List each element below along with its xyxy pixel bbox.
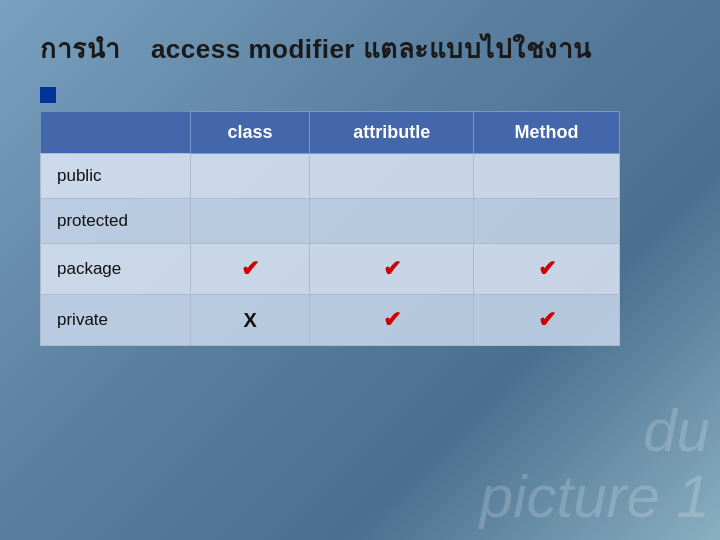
cell-public-class <box>190 154 309 199</box>
title-thai: การนำ <box>40 34 120 64</box>
col-header-class: class <box>190 112 309 154</box>
table-body: public protected package ✔ ✔ ✔ <box>41 154 620 346</box>
page-title: การนำ access modifier แตละแบบไปใชงาน <box>40 28 680 69</box>
check-icon: ✔ <box>538 256 556 281</box>
table-wrapper: class attributle Method public protected <box>40 87 680 346</box>
check-icon: ✔ <box>538 307 556 332</box>
cell-private-attributle: ✔ <box>310 295 474 346</box>
section-indicator <box>40 87 56 103</box>
col-header-attributle: attributle <box>310 112 474 154</box>
access-modifier-table: class attributle Method public protected <box>40 111 620 346</box>
row-label-protected: protected <box>41 199 191 244</box>
cell-package-attributle: ✔ <box>310 244 474 295</box>
check-icon: ✔ <box>241 256 259 281</box>
cell-package-method: ✔ <box>474 244 620 295</box>
cell-public-attributle <box>310 154 474 199</box>
row-label-package: package <box>41 244 191 295</box>
cell-private-method: ✔ <box>474 295 620 346</box>
col-header-empty <box>41 112 191 154</box>
table-header-row: class attributle Method <box>41 112 620 154</box>
table-row: package ✔ ✔ ✔ <box>41 244 620 295</box>
cell-protected-attributle <box>310 199 474 244</box>
col-header-method: Method <box>474 112 620 154</box>
main-content: การนำ access modifier แตละแบบไปใชงาน cla… <box>0 0 720 366</box>
cell-package-class: ✔ <box>190 244 309 295</box>
row-label-private: private <box>41 295 191 346</box>
check-icon: ✔ <box>383 307 401 332</box>
table-row: public <box>41 154 620 199</box>
cell-public-method <box>474 154 620 199</box>
background-text: dupicture 1 <box>420 340 720 540</box>
cell-private-class: X <box>190 295 309 346</box>
table-row: private X ✔ ✔ <box>41 295 620 346</box>
title-english: access modifier แตละแบบไปใชงาน <box>151 34 592 64</box>
cell-protected-class <box>190 199 309 244</box>
table-row: protected <box>41 199 620 244</box>
cell-protected-method <box>474 199 620 244</box>
x-icon: X <box>243 309 256 331</box>
check-icon: ✔ <box>383 256 401 281</box>
row-label-public: public <box>41 154 191 199</box>
